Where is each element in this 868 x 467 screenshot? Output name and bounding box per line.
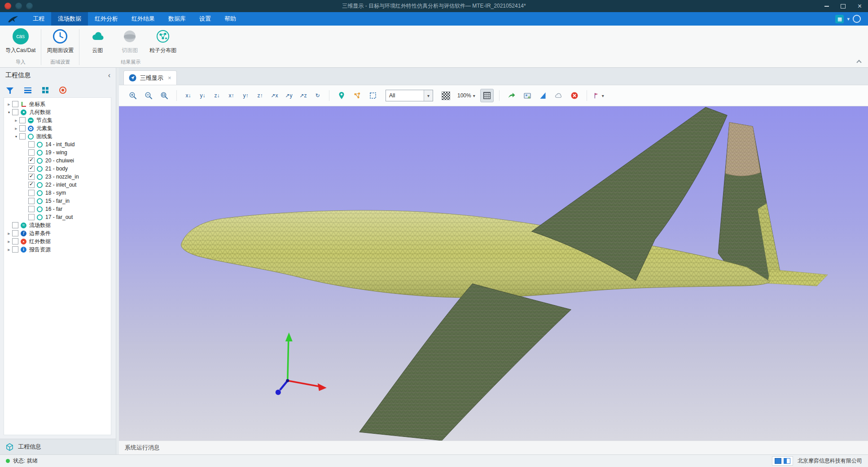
view-iso-x-button[interactable]: ↗x xyxy=(268,89,281,102)
visibility-checkbox[interactable] xyxy=(12,246,18,253)
tree-item[interactable]: 23 - nozzle_in xyxy=(4,173,111,181)
expander-icon[interactable] xyxy=(6,237,12,246)
menu-item-settings[interactable]: 设置 xyxy=(193,12,218,26)
visibility-checkbox[interactable] xyxy=(19,117,26,123)
tree-item[interactable]: 坐标系 xyxy=(4,100,111,108)
minimize-button[interactable] xyxy=(818,0,835,12)
project-tree[interactable]: 坐标系 几何数据 节点集 元素集 xyxy=(4,97,111,435)
maximize-button[interactable] xyxy=(835,0,851,12)
display-filter-select[interactable]: All xyxy=(386,90,433,101)
tree-item[interactable]: 红外数据 xyxy=(4,237,111,245)
tree-item[interactable]: 报告资源 xyxy=(4,245,111,253)
contour-plot-button[interactable]: 云图 xyxy=(85,28,110,54)
expander-icon[interactable] xyxy=(13,124,19,133)
slice-plot-button[interactable]: 切面图 xyxy=(117,28,142,54)
tree-item[interactable]: 18 - sym xyxy=(4,189,111,197)
filter-funnel-icon[interactable] xyxy=(6,87,13,94)
zoom-out-button[interactable] xyxy=(142,89,155,102)
collapse-panel-button[interactable] xyxy=(108,72,110,79)
snapshot-button[interactable] xyxy=(521,89,534,102)
particle-trace-button[interactable] xyxy=(351,89,364,102)
menu-item-flowfield-data[interactable]: 流场数据 xyxy=(51,12,88,26)
expander-icon[interactable] xyxy=(6,108,12,117)
visibility-checkbox[interactable] xyxy=(12,101,18,107)
annotation-marker-dropdown[interactable] xyxy=(592,92,604,100)
menu-item-database[interactable]: 数据库 xyxy=(162,12,193,26)
view-y-down-button[interactable]: y↓ xyxy=(197,89,209,102)
tab-close-icon[interactable] xyxy=(168,74,171,81)
clear-results-button[interactable] xyxy=(568,89,581,102)
tree-item[interactable]: 21 - body xyxy=(4,165,111,173)
ribbon-collapse-chevron-icon[interactable] xyxy=(857,59,861,63)
expander-icon[interactable] xyxy=(6,245,12,254)
save-button-icon[interactable] xyxy=(15,3,22,9)
view-iso-y-button[interactable]: ↗y xyxy=(283,89,295,102)
visibility-checkbox[interactable] xyxy=(28,141,35,148)
tree-item[interactable]: 19 - wing xyxy=(4,148,111,157)
app-button-icon[interactable] xyxy=(4,3,11,9)
viewport-3d[interactable] xyxy=(119,106,868,441)
view-z-up-button[interactable]: z↑ xyxy=(254,89,266,102)
import-casdat-button[interactable]: cas 导入Cas/Dat xyxy=(5,28,35,54)
tree-item[interactable]: 14 - int_fluid xyxy=(4,140,111,148)
tree-item[interactable]: 22 - inlet_out xyxy=(4,181,111,189)
visibility-checkbox[interactable] xyxy=(28,198,35,204)
menu-item-ir-results[interactable]: 红外结果 xyxy=(125,12,162,26)
project-info-bottom-tab[interactable]: 工程信息 xyxy=(0,439,116,454)
menu-item-engineering[interactable]: 工程 xyxy=(26,12,51,26)
dropdown-caret-icon[interactable] xyxy=(847,16,850,22)
tab-3d-display[interactable]: 三维显示 xyxy=(123,70,177,85)
view-y-up-button[interactable]: y↑ xyxy=(240,89,252,102)
visibility-checkbox[interactable] xyxy=(28,206,35,212)
visibility-checkbox[interactable] xyxy=(28,149,35,156)
tree-item[interactable]: 16 - far xyxy=(4,205,111,213)
tree-item[interactable]: 17 - far_out xyxy=(4,213,111,221)
close-button[interactable] xyxy=(851,0,868,12)
tree-item[interactable]: 元素集 xyxy=(4,124,111,132)
visibility-checkbox[interactable] xyxy=(12,109,18,115)
zoom-level-dropdown[interactable]: 100% xyxy=(455,92,478,99)
box-select-button[interactable] xyxy=(366,89,380,102)
halftone-button[interactable] xyxy=(439,89,452,102)
visibility-checkbox[interactable] xyxy=(12,222,18,228)
zoom-fit-button[interactable] xyxy=(158,89,171,102)
visibility-checkbox[interactable] xyxy=(12,238,18,244)
grid-view-icon[interactable] xyxy=(42,87,48,93)
periodic-face-settings-button[interactable]: 周期面设置 xyxy=(47,28,74,54)
menu-item-ir-analysis[interactable]: 红外分析 xyxy=(88,12,125,26)
zoom-in-button[interactable] xyxy=(126,89,140,102)
locate-target-icon[interactable] xyxy=(59,87,66,94)
layout-toggle-b-icon[interactable] xyxy=(784,458,790,464)
expander-icon[interactable] xyxy=(6,229,12,238)
visibility-checkbox[interactable] xyxy=(12,230,18,236)
visibility-checkbox[interactable] xyxy=(28,182,35,188)
expander-icon[interactable] xyxy=(13,116,19,125)
tree-item[interactable]: 面线集 xyxy=(4,132,111,140)
visibility-checkbox[interactable] xyxy=(28,157,35,164)
tree-item[interactable]: 流场数据 xyxy=(4,221,111,229)
cloud-display-button[interactable] xyxy=(552,89,566,102)
tree-item[interactable]: 节点集 xyxy=(4,116,111,124)
view-x-down-button[interactable]: x↓ xyxy=(182,89,194,102)
tree-item[interactable]: 20 - chuiwei xyxy=(4,157,111,165)
expander-icon[interactable] xyxy=(6,100,12,109)
tree-item[interactable]: 15 - far_in xyxy=(4,197,111,205)
visibility-checkbox[interactable] xyxy=(19,125,26,131)
particle-distribution-button[interactable]: 粒子分布图 xyxy=(149,28,176,54)
view-x-up-button[interactable]: x↑ xyxy=(225,89,237,102)
grid-toggle-button[interactable] xyxy=(480,89,494,102)
view-rotate-reset-button[interactable]: ↻ xyxy=(311,89,324,102)
visibility-checkbox[interactable] xyxy=(28,174,35,180)
dropdown-arrow-icon[interactable] xyxy=(424,90,433,101)
export-button[interactable] xyxy=(505,89,518,102)
list-view-icon[interactable] xyxy=(24,87,31,93)
layout-toggle-a-icon[interactable] xyxy=(775,458,781,464)
visibility-checkbox[interactable] xyxy=(28,166,35,172)
apps-grid-icon[interactable] xyxy=(835,15,844,23)
visibility-checkbox[interactable] xyxy=(28,190,35,196)
locate-pin-button[interactable] xyxy=(335,89,348,102)
visibility-checkbox[interactable] xyxy=(19,133,26,140)
account-circle-icon[interactable] xyxy=(853,15,861,23)
expander-icon[interactable] xyxy=(13,132,19,141)
menu-item-help[interactable]: 帮助 xyxy=(218,12,243,26)
